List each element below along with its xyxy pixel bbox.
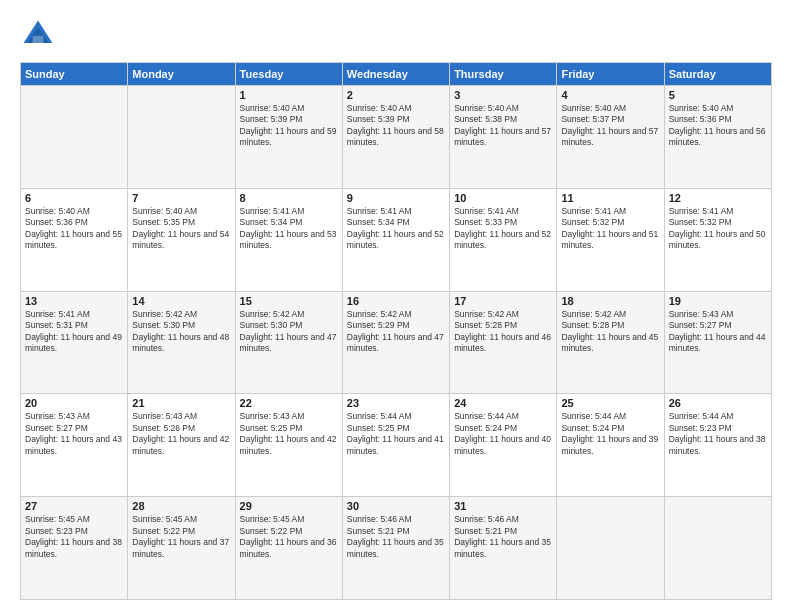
day-cell: 4Sunrise: 5:40 AM Sunset: 5:37 PM Daylig…	[557, 86, 664, 189]
day-info: Sunrise: 5:42 AM Sunset: 5:29 PM Dayligh…	[347, 309, 445, 355]
day-cell: 2Sunrise: 5:40 AM Sunset: 5:39 PM Daylig…	[342, 86, 449, 189]
day-info: Sunrise: 5:42 AM Sunset: 5:28 PM Dayligh…	[561, 309, 659, 355]
day-number: 9	[347, 192, 445, 204]
day-cell	[21, 86, 128, 189]
day-cell: 1Sunrise: 5:40 AM Sunset: 5:39 PM Daylig…	[235, 86, 342, 189]
day-number: 5	[669, 89, 767, 101]
day-info: Sunrise: 5:41 AM Sunset: 5:32 PM Dayligh…	[561, 206, 659, 252]
day-info: Sunrise: 5:44 AM Sunset: 5:24 PM Dayligh…	[454, 411, 552, 457]
day-cell: 29Sunrise: 5:45 AM Sunset: 5:22 PM Dayli…	[235, 497, 342, 600]
week-row-4: 20Sunrise: 5:43 AM Sunset: 5:27 PM Dayli…	[21, 394, 772, 497]
day-cell: 12Sunrise: 5:41 AM Sunset: 5:32 PM Dayli…	[664, 188, 771, 291]
day-cell: 20Sunrise: 5:43 AM Sunset: 5:27 PM Dayli…	[21, 394, 128, 497]
day-info: Sunrise: 5:41 AM Sunset: 5:33 PM Dayligh…	[454, 206, 552, 252]
day-cell	[557, 497, 664, 600]
day-number: 6	[25, 192, 123, 204]
day-cell: 16Sunrise: 5:42 AM Sunset: 5:29 PM Dayli…	[342, 291, 449, 394]
day-number: 19	[669, 295, 767, 307]
day-info: Sunrise: 5:42 AM Sunset: 5:30 PM Dayligh…	[132, 309, 230, 355]
day-info: Sunrise: 5:41 AM Sunset: 5:32 PM Dayligh…	[669, 206, 767, 252]
day-info: Sunrise: 5:44 AM Sunset: 5:25 PM Dayligh…	[347, 411, 445, 457]
day-info: Sunrise: 5:42 AM Sunset: 5:28 PM Dayligh…	[454, 309, 552, 355]
day-info: Sunrise: 5:43 AM Sunset: 5:25 PM Dayligh…	[240, 411, 338, 457]
day-header-thursday: Thursday	[450, 63, 557, 86]
day-number: 27	[25, 500, 123, 512]
day-info: Sunrise: 5:40 AM Sunset: 5:39 PM Dayligh…	[240, 103, 338, 149]
day-number: 13	[25, 295, 123, 307]
day-number: 8	[240, 192, 338, 204]
day-cell: 13Sunrise: 5:41 AM Sunset: 5:31 PM Dayli…	[21, 291, 128, 394]
day-cell: 7Sunrise: 5:40 AM Sunset: 5:35 PM Daylig…	[128, 188, 235, 291]
day-number: 28	[132, 500, 230, 512]
day-cell: 9Sunrise: 5:41 AM Sunset: 5:34 PM Daylig…	[342, 188, 449, 291]
day-cell: 21Sunrise: 5:43 AM Sunset: 5:26 PM Dayli…	[128, 394, 235, 497]
day-cell: 23Sunrise: 5:44 AM Sunset: 5:25 PM Dayli…	[342, 394, 449, 497]
day-cell: 24Sunrise: 5:44 AM Sunset: 5:24 PM Dayli…	[450, 394, 557, 497]
day-number: 15	[240, 295, 338, 307]
week-row-5: 27Sunrise: 5:45 AM Sunset: 5:23 PM Dayli…	[21, 497, 772, 600]
day-number: 24	[454, 397, 552, 409]
day-number: 20	[25, 397, 123, 409]
week-row-2: 6Sunrise: 5:40 AM Sunset: 5:36 PM Daylig…	[21, 188, 772, 291]
day-header-wednesday: Wednesday	[342, 63, 449, 86]
day-number: 12	[669, 192, 767, 204]
day-number: 22	[240, 397, 338, 409]
day-number: 29	[240, 500, 338, 512]
page: SundayMondayTuesdayWednesdayThursdayFrid…	[0, 0, 792, 612]
day-info: Sunrise: 5:44 AM Sunset: 5:24 PM Dayligh…	[561, 411, 659, 457]
day-cell: 6Sunrise: 5:40 AM Sunset: 5:36 PM Daylig…	[21, 188, 128, 291]
day-info: Sunrise: 5:43 AM Sunset: 5:27 PM Dayligh…	[669, 309, 767, 355]
logo-icon	[20, 16, 56, 52]
day-cell: 22Sunrise: 5:43 AM Sunset: 5:25 PM Dayli…	[235, 394, 342, 497]
day-header-sunday: Sunday	[21, 63, 128, 86]
day-cell: 17Sunrise: 5:42 AM Sunset: 5:28 PM Dayli…	[450, 291, 557, 394]
day-cell: 31Sunrise: 5:46 AM Sunset: 5:21 PM Dayli…	[450, 497, 557, 600]
day-number: 18	[561, 295, 659, 307]
week-row-3: 13Sunrise: 5:41 AM Sunset: 5:31 PM Dayli…	[21, 291, 772, 394]
day-info: Sunrise: 5:43 AM Sunset: 5:26 PM Dayligh…	[132, 411, 230, 457]
day-info: Sunrise: 5:40 AM Sunset: 5:35 PM Dayligh…	[132, 206, 230, 252]
day-number: 10	[454, 192, 552, 204]
day-header-friday: Friday	[557, 63, 664, 86]
day-info: Sunrise: 5:42 AM Sunset: 5:30 PM Dayligh…	[240, 309, 338, 355]
day-info: Sunrise: 5:41 AM Sunset: 5:31 PM Dayligh…	[25, 309, 123, 355]
day-cell: 11Sunrise: 5:41 AM Sunset: 5:32 PM Dayli…	[557, 188, 664, 291]
day-info: Sunrise: 5:45 AM Sunset: 5:22 PM Dayligh…	[132, 514, 230, 560]
day-number: 30	[347, 500, 445, 512]
day-info: Sunrise: 5:40 AM Sunset: 5:39 PM Dayligh…	[347, 103, 445, 149]
day-info: Sunrise: 5:40 AM Sunset: 5:38 PM Dayligh…	[454, 103, 552, 149]
day-info: Sunrise: 5:46 AM Sunset: 5:21 PM Dayligh…	[454, 514, 552, 560]
header	[20, 16, 772, 52]
day-info: Sunrise: 5:45 AM Sunset: 5:22 PM Dayligh…	[240, 514, 338, 560]
day-info: Sunrise: 5:43 AM Sunset: 5:27 PM Dayligh…	[25, 411, 123, 457]
day-number: 21	[132, 397, 230, 409]
day-cell: 3Sunrise: 5:40 AM Sunset: 5:38 PM Daylig…	[450, 86, 557, 189]
day-info: Sunrise: 5:40 AM Sunset: 5:36 PM Dayligh…	[669, 103, 767, 149]
day-cell	[664, 497, 771, 600]
day-number: 23	[347, 397, 445, 409]
day-info: Sunrise: 5:40 AM Sunset: 5:37 PM Dayligh…	[561, 103, 659, 149]
day-number: 2	[347, 89, 445, 101]
day-number: 11	[561, 192, 659, 204]
day-info: Sunrise: 5:40 AM Sunset: 5:36 PM Dayligh…	[25, 206, 123, 252]
calendar-table: SundayMondayTuesdayWednesdayThursdayFrid…	[20, 62, 772, 600]
day-cell: 19Sunrise: 5:43 AM Sunset: 5:27 PM Dayli…	[664, 291, 771, 394]
day-cell: 18Sunrise: 5:42 AM Sunset: 5:28 PM Dayli…	[557, 291, 664, 394]
day-cell: 28Sunrise: 5:45 AM Sunset: 5:22 PM Dayli…	[128, 497, 235, 600]
day-info: Sunrise: 5:44 AM Sunset: 5:23 PM Dayligh…	[669, 411, 767, 457]
day-cell: 5Sunrise: 5:40 AM Sunset: 5:36 PM Daylig…	[664, 86, 771, 189]
day-info: Sunrise: 5:45 AM Sunset: 5:23 PM Dayligh…	[25, 514, 123, 560]
day-number: 25	[561, 397, 659, 409]
day-header-monday: Monday	[128, 63, 235, 86]
day-number: 31	[454, 500, 552, 512]
logo	[20, 16, 62, 52]
day-number: 14	[132, 295, 230, 307]
day-number: 16	[347, 295, 445, 307]
day-info: Sunrise: 5:41 AM Sunset: 5:34 PM Dayligh…	[347, 206, 445, 252]
day-cell: 15Sunrise: 5:42 AM Sunset: 5:30 PM Dayli…	[235, 291, 342, 394]
day-number: 4	[561, 89, 659, 101]
day-cell: 27Sunrise: 5:45 AM Sunset: 5:23 PM Dayli…	[21, 497, 128, 600]
svg-rect-2	[33, 36, 44, 43]
header-row: SundayMondayTuesdayWednesdayThursdayFrid…	[21, 63, 772, 86]
day-info: Sunrise: 5:46 AM Sunset: 5:21 PM Dayligh…	[347, 514, 445, 560]
